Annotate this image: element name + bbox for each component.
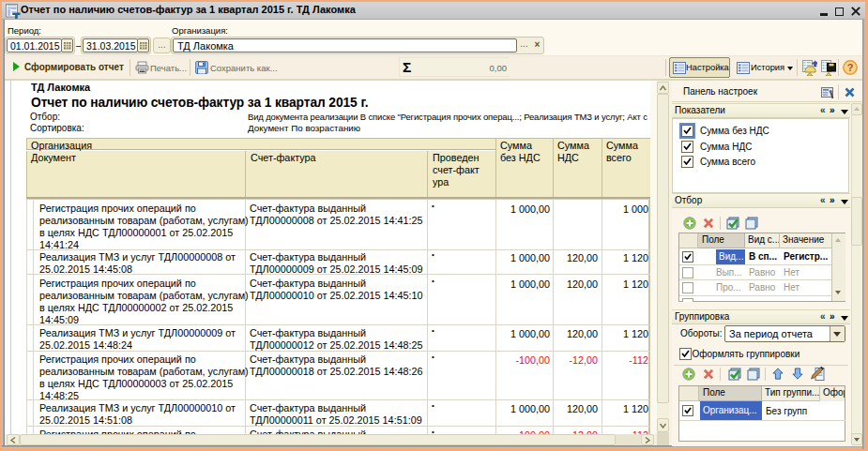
svg-text:?: ? <box>847 62 854 73</box>
